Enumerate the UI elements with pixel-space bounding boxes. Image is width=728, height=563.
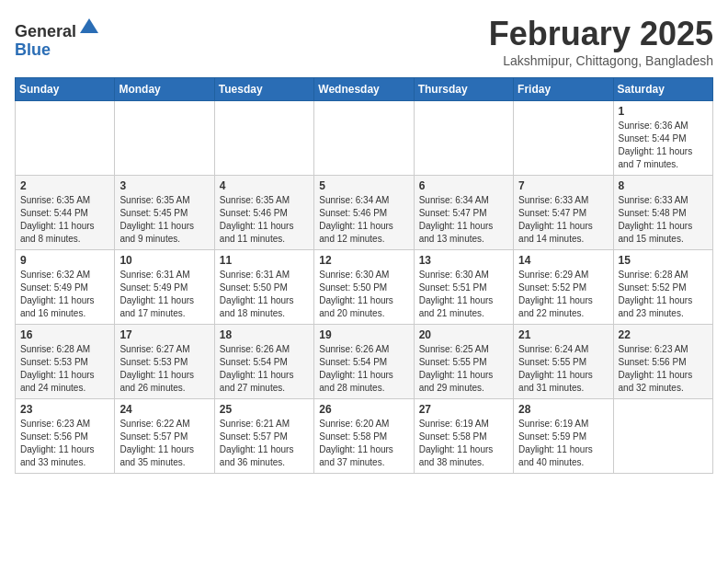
day-number: 22 xyxy=(619,328,708,341)
day-info: Sunrise: 6:22 AM Sunset: 5:57 PM Dayligh… xyxy=(119,418,209,469)
weekday-header: Monday xyxy=(115,78,214,101)
calendar-day-cell: 10Sunrise: 6:31 AM Sunset: 5:49 PM Dayli… xyxy=(115,250,214,325)
day-info: Sunrise: 6:36 AM Sunset: 5:44 PM Dayligh… xyxy=(619,120,708,171)
day-info: Sunrise: 6:33 AM Sunset: 5:47 PM Dayligh… xyxy=(518,194,608,246)
calendar-day-cell xyxy=(314,101,414,176)
day-number: 25 xyxy=(220,403,309,416)
day-info: Sunrise: 6:19 AM Sunset: 5:58 PM Dayligh… xyxy=(419,418,508,469)
day-number: 28 xyxy=(518,403,608,416)
day-info: Sunrise: 6:30 AM Sunset: 5:51 PM Dayligh… xyxy=(419,269,508,320)
calendar-day-cell xyxy=(115,101,214,176)
day-number: 5 xyxy=(319,179,408,192)
day-number: 24 xyxy=(119,403,209,416)
day-number: 20 xyxy=(419,328,508,341)
calendar-day-cell xyxy=(613,399,712,474)
title-block: February 2025 Lakshmipur, Chittagong, Ba… xyxy=(489,15,713,68)
day-info: Sunrise: 6:31 AM Sunset: 5:49 PM Dayligh… xyxy=(119,269,209,320)
logo: General Blue xyxy=(15,15,100,60)
day-number: 17 xyxy=(119,328,209,341)
day-info: Sunrise: 6:31 AM Sunset: 5:50 PM Dayligh… xyxy=(220,269,309,320)
day-info: Sunrise: 6:35 AM Sunset: 5:44 PM Dayligh… xyxy=(20,194,109,246)
day-number: 11 xyxy=(220,254,309,267)
day-info: Sunrise: 6:24 AM Sunset: 5:55 PM Dayligh… xyxy=(518,343,608,395)
calendar-day-cell: 4Sunrise: 6:35 AM Sunset: 5:46 PM Daylig… xyxy=(214,176,313,250)
day-number: 3 xyxy=(119,179,209,192)
day-number: 4 xyxy=(220,179,309,192)
calendar-day-cell: 27Sunrise: 6:19 AM Sunset: 5:58 PM Dayli… xyxy=(414,399,513,474)
day-number: 26 xyxy=(319,403,408,416)
day-number: 7 xyxy=(518,179,608,192)
day-info: Sunrise: 6:23 AM Sunset: 5:56 PM Dayligh… xyxy=(20,418,109,469)
calendar-week-row: 1Sunrise: 6:36 AM Sunset: 5:44 PM Daylig… xyxy=(16,101,713,176)
calendar-day-cell: 11Sunrise: 6:31 AM Sunset: 5:50 PM Dayli… xyxy=(214,250,313,325)
calendar-week-row: 9Sunrise: 6:32 AM Sunset: 5:49 PM Daylig… xyxy=(16,250,713,325)
calendar-day-cell: 17Sunrise: 6:27 AM Sunset: 5:53 PM Dayli… xyxy=(115,325,214,399)
calendar-day-cell: 6Sunrise: 6:34 AM Sunset: 5:47 PM Daylig… xyxy=(414,176,513,250)
month-title: February 2025 xyxy=(489,15,713,53)
calendar-day-cell: 7Sunrise: 6:33 AM Sunset: 5:47 PM Daylig… xyxy=(514,176,613,250)
day-number: 18 xyxy=(220,328,309,341)
weekday-header: Friday xyxy=(514,78,613,101)
calendar-day-cell: 15Sunrise: 6:28 AM Sunset: 5:52 PM Dayli… xyxy=(613,250,712,325)
calendar-header-row: SundayMondayTuesdayWednesdayThursdayFrid… xyxy=(16,78,713,101)
calendar-day-cell: 12Sunrise: 6:30 AM Sunset: 5:50 PM Dayli… xyxy=(314,250,414,325)
day-info: Sunrise: 6:28 AM Sunset: 5:53 PM Dayligh… xyxy=(20,343,109,395)
day-info: Sunrise: 6:25 AM Sunset: 5:55 PM Dayligh… xyxy=(419,343,508,395)
calendar-day-cell: 3Sunrise: 6:35 AM Sunset: 5:45 PM Daylig… xyxy=(115,176,214,250)
day-info: Sunrise: 6:26 AM Sunset: 5:54 PM Dayligh… xyxy=(319,343,408,395)
calendar-day-cell: 14Sunrise: 6:29 AM Sunset: 5:52 PM Dayli… xyxy=(514,250,613,325)
calendar-day-cell: 13Sunrise: 6:30 AM Sunset: 5:51 PM Dayli… xyxy=(414,250,513,325)
calendar-day-cell xyxy=(214,101,313,176)
calendar-day-cell: 9Sunrise: 6:32 AM Sunset: 5:49 PM Daylig… xyxy=(16,250,115,325)
calendar-day-cell: 5Sunrise: 6:34 AM Sunset: 5:46 PM Daylig… xyxy=(314,176,414,250)
weekday-header: Saturday xyxy=(613,78,712,101)
calendar-week-row: 2Sunrise: 6:35 AM Sunset: 5:44 PM Daylig… xyxy=(16,176,713,250)
day-info: Sunrise: 6:32 AM Sunset: 5:49 PM Dayligh… xyxy=(20,269,109,320)
day-number: 21 xyxy=(518,328,608,341)
calendar-day-cell: 2Sunrise: 6:35 AM Sunset: 5:44 PM Daylig… xyxy=(16,176,115,250)
location-text: Lakshmipur, Chittagong, Bangladesh xyxy=(489,53,713,68)
calendar-day-cell: 1Sunrise: 6:36 AM Sunset: 5:44 PM Daylig… xyxy=(613,101,712,176)
day-info: Sunrise: 6:35 AM Sunset: 5:45 PM Dayligh… xyxy=(119,194,209,246)
weekday-header: Thursday xyxy=(414,78,513,101)
calendar-day-cell: 21Sunrise: 6:24 AM Sunset: 5:55 PM Dayli… xyxy=(514,325,613,399)
day-number: 10 xyxy=(119,254,209,267)
calendar-day-cell xyxy=(414,101,513,176)
calendar-day-cell: 26Sunrise: 6:20 AM Sunset: 5:58 PM Dayli… xyxy=(314,399,414,474)
weekday-header: Sunday xyxy=(16,78,115,101)
day-info: Sunrise: 6:21 AM Sunset: 5:57 PM Dayligh… xyxy=(220,418,309,469)
calendar-day-cell: 25Sunrise: 6:21 AM Sunset: 5:57 PM Dayli… xyxy=(214,399,313,474)
calendar-day-cell: 18Sunrise: 6:26 AM Sunset: 5:54 PM Dayli… xyxy=(214,325,313,399)
day-number: 2 xyxy=(20,179,109,192)
day-info: Sunrise: 6:23 AM Sunset: 5:56 PM Dayligh… xyxy=(619,343,708,395)
calendar-day-cell: 24Sunrise: 6:22 AM Sunset: 5:57 PM Dayli… xyxy=(115,399,214,474)
day-number: 27 xyxy=(419,403,508,416)
day-info: Sunrise: 6:30 AM Sunset: 5:50 PM Dayligh… xyxy=(319,269,408,320)
calendar-day-cell: 28Sunrise: 6:19 AM Sunset: 5:59 PM Dayli… xyxy=(514,399,613,474)
calendar-day-cell: 16Sunrise: 6:28 AM Sunset: 5:53 PM Dayli… xyxy=(16,325,115,399)
day-number: 23 xyxy=(20,403,109,416)
calendar-day-cell: 20Sunrise: 6:25 AM Sunset: 5:55 PM Dayli… xyxy=(414,325,513,399)
day-number: 14 xyxy=(518,254,608,267)
day-info: Sunrise: 6:26 AM Sunset: 5:54 PM Dayligh… xyxy=(220,343,309,395)
day-info: Sunrise: 6:19 AM Sunset: 5:59 PM Dayligh… xyxy=(518,418,608,469)
day-number: 13 xyxy=(419,254,508,267)
calendar-day-cell xyxy=(16,101,115,176)
day-info: Sunrise: 6:20 AM Sunset: 5:58 PM Dayligh… xyxy=(319,418,408,469)
day-info: Sunrise: 6:34 AM Sunset: 5:46 PM Dayligh… xyxy=(319,194,408,246)
day-info: Sunrise: 6:28 AM Sunset: 5:52 PM Dayligh… xyxy=(619,269,708,320)
weekday-header: Tuesday xyxy=(214,78,313,101)
calendar-day-cell: 19Sunrise: 6:26 AM Sunset: 5:54 PM Dayli… xyxy=(314,325,414,399)
page-header: General Blue February 2025 Lakshmipur, C… xyxy=(15,15,713,68)
svg-marker-0 xyxy=(80,18,98,33)
calendar-table: SundayMondayTuesdayWednesdayThursdayFrid… xyxy=(15,77,713,474)
day-number: 9 xyxy=(20,254,109,267)
logo-general-text: General xyxy=(15,22,76,40)
logo-icon xyxy=(78,15,100,37)
calendar-day-cell xyxy=(514,101,613,176)
day-info: Sunrise: 6:29 AM Sunset: 5:52 PM Dayligh… xyxy=(518,269,608,320)
day-number: 6 xyxy=(419,179,508,192)
day-number: 15 xyxy=(619,254,708,267)
calendar-week-row: 16Sunrise: 6:28 AM Sunset: 5:53 PM Dayli… xyxy=(16,325,713,399)
day-info: Sunrise: 6:34 AM Sunset: 5:47 PM Dayligh… xyxy=(419,194,508,246)
